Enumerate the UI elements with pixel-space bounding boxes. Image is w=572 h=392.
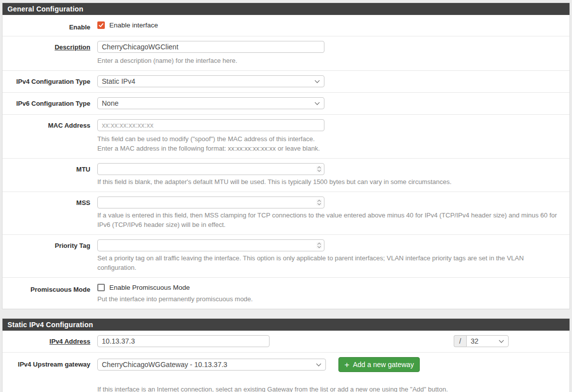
enable-interface-checkbox-label: Enable interface [109, 21, 158, 29]
ipv4-configuration-type-select[interactable]: Static IPv4 [97, 75, 324, 87]
chevron-down-icon [315, 100, 320, 105]
page-content: General Configuration Enable Enable inte… [0, 0, 572, 392]
general-configuration-heading: General Configuration [2, 3, 570, 15]
enable-row: Enable Enable interface [2, 15, 570, 36]
mtu-row: MTU If this field is blank, the adapter'… [2, 159, 570, 192]
static-ipv4-configuration-panel: Static IPv4 Configuration IPv4 Address /… [2, 318, 570, 392]
ipv4-configuration-type-row: IPv4 Configuration Type Static IPv4 [2, 71, 570, 93]
ipv4-upstream-gateway-select[interactable]: CherryChicagoWGGateway - 10.13.37.3 [97, 359, 326, 371]
spinner-down-icon[interactable] [317, 201, 321, 205]
enable-promiscuous-mode-checkbox[interactable] [97, 284, 105, 291]
enable-interface-checkbox[interactable] [97, 21, 105, 29]
ipv4-upstream-gateway-row: IPv4 Upstream gateway CherryChicagoWGGat… [2, 353, 570, 392]
mtu-label: MTU [2, 163, 97, 187]
chevron-down-icon [499, 338, 504, 343]
ipv4-address-input[interactable] [97, 335, 270, 347]
ipv4-configuration-type-label: IPv4 Configuration Type [2, 75, 97, 87]
ipv6-configuration-type-select[interactable]: None [97, 97, 324, 109]
mac-address-label: MAC Address [2, 119, 97, 153]
spinner-down-icon[interactable] [317, 244, 321, 248]
static-ipv4-configuration-heading: Static IPv4 Configuration [2, 319, 570, 331]
add-new-gateway-button-label: Add a new gateway [353, 361, 414, 369]
ipv6-configuration-type-label: IPv6 Configuration Type [2, 97, 97, 109]
mss-label: MSS [2, 196, 97, 229]
add-new-gateway-button[interactable]: + Add a new gateway [338, 357, 420, 372]
number-spinner[interactable] [316, 199, 322, 206]
ipv4-address-label: IPv4 Address [2, 335, 97, 347]
mac-address-row: MAC Address This field can be used to mo… [2, 115, 570, 159]
mtu-input[interactable] [97, 163, 324, 175]
subnet-separator: / [454, 335, 466, 347]
mss-row: MSS If a value is entered in this field,… [2, 192, 570, 235]
priority-tag-help: Set a priority tag on all traffic leavin… [97, 253, 562, 272]
chevron-down-icon [315, 78, 320, 83]
ipv6-configuration-type-row: IPv6 Configuration Type None [2, 93, 570, 115]
spinner-down-icon[interactable] [317, 168, 321, 172]
ipv4-configuration-type-value: Static IPv4 [102, 77, 135, 85]
plus-icon: + [344, 361, 349, 369]
subnet-mask-value: 32 [471, 337, 479, 345]
priority-tag-row: Priority Tag Set a priority tag on all t… [2, 235, 570, 278]
mac-address-input[interactable] [97, 119, 324, 131]
mss-help: If a value is entered in this field, the… [97, 210, 562, 229]
description-help: Enter a description (name) for the inter… [97, 56, 562, 65]
promiscuous-mode-label: Promiscuous Mode [2, 284, 97, 304]
promiscuous-mode-help: Put the interface into permanently promi… [97, 294, 562, 304]
priority-tag-label: Priority Tag [2, 239, 97, 272]
ipv4-upstream-gateway-label: IPv4 Upstream gateway [2, 357, 97, 392]
description-input[interactable] [97, 41, 324, 53]
ipv4-address-row: IPv4 Address / 32 [2, 331, 570, 353]
check-icon [98, 22, 104, 28]
number-spinner[interactable] [316, 242, 322, 249]
priority-tag-input[interactable] [97, 239, 324, 251]
number-spinner[interactable] [316, 166, 322, 173]
mac-address-help-line2: Enter a MAC address in the following for… [97, 144, 562, 153]
ipv4-upstream-gateway-value: CherryChicagoWGGateway - 10.13.37.3 [102, 361, 227, 369]
gateway-help-line1: If this interface is an Internet connect… [97, 385, 562, 392]
description-label: Description [2, 41, 97, 65]
enable-promiscuous-mode-checkbox-label: Enable Promiscuous Mode [109, 284, 190, 291]
mac-address-help-line1: This field can be used to modify ("spoof… [97, 134, 562, 144]
mtu-help: If this field is blank, the adapter's de… [97, 177, 562, 187]
chevron-down-icon [316, 361, 321, 366]
general-configuration-panel: General Configuration Enable Enable inte… [2, 2, 570, 309]
mss-input[interactable] [97, 196, 324, 208]
ipv6-configuration-type-value: None [102, 99, 118, 107]
subnet-mask-select[interactable]: 32 [466, 335, 509, 347]
promiscuous-mode-row: Promiscuous Mode Enable Promiscuous Mode… [2, 278, 570, 309]
description-row: Description Enter a description (name) f… [2, 36, 570, 71]
enable-label: Enable [2, 19, 97, 31]
